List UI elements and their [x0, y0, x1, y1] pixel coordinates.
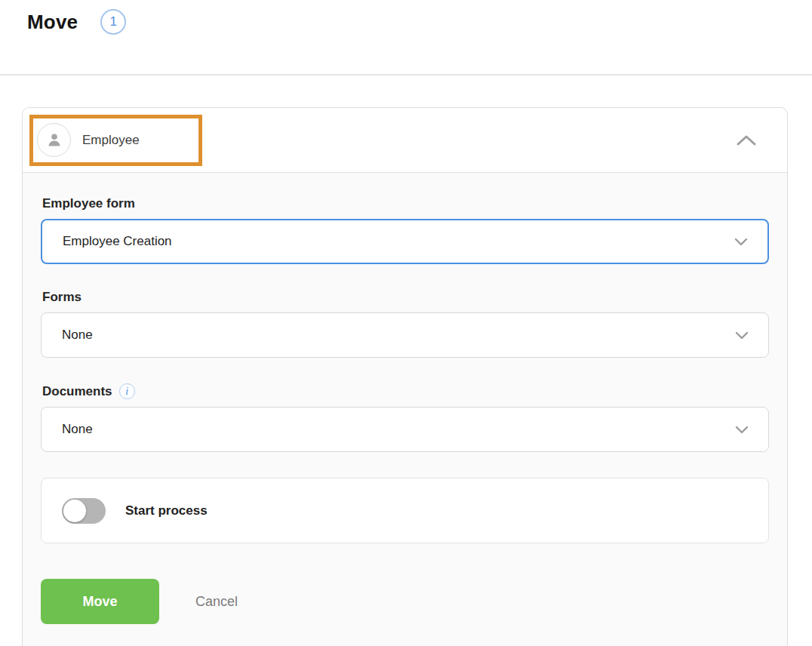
documents-select-value: None [62, 422, 93, 437]
person-icon [37, 123, 71, 157]
employee-card-body: Employee form Employee Creation Forms No… [23, 173, 787, 646]
forms-label: Forms [42, 290, 769, 305]
chevron-down-icon [735, 426, 749, 434]
info-icon[interactable]: i [119, 383, 135, 399]
page-header: Move 1 [0, 0, 812, 75]
employee-card-header[interactable]: Employee [23, 108, 787, 173]
forms-select[interactable]: None [41, 312, 769, 358]
chevron-down-icon [734, 238, 748, 246]
documents-select[interactable]: None [41, 407, 769, 452]
forms-label-text: Forms [42, 290, 82, 305]
forms-select-value: None [62, 328, 93, 343]
start-process-toggle[interactable] [62, 498, 106, 524]
start-process-row: Start process [41, 478, 769, 543]
employee-card: Employee Employee form Employee Creation… [22, 107, 788, 646]
move-button[interactable]: Move [41, 579, 159, 624]
step-badge: 1 [100, 9, 126, 35]
employee-form-select-value: Employee Creation [63, 234, 172, 249]
chevron-down-icon [735, 331, 749, 340]
employee-form-label-text: Employee form [42, 196, 135, 211]
page-title: Move [27, 11, 78, 34]
panel-title: Employee [82, 133, 140, 148]
documents-label-text: Documents [42, 384, 112, 399]
employee-header-highlight[interactable]: Employee [29, 115, 202, 166]
employee-form-label: Employee form [42, 196, 769, 211]
chevron-up-icon[interactable] [733, 131, 760, 149]
cancel-button[interactable]: Cancel [195, 594, 238, 610]
toggle-knob [63, 500, 86, 522]
start-process-label: Start process [125, 503, 208, 518]
employee-form-select[interactable]: Employee Creation [41, 219, 769, 264]
actions-row: Move Cancel [41, 579, 769, 624]
documents-label: Documents i [42, 383, 769, 399]
